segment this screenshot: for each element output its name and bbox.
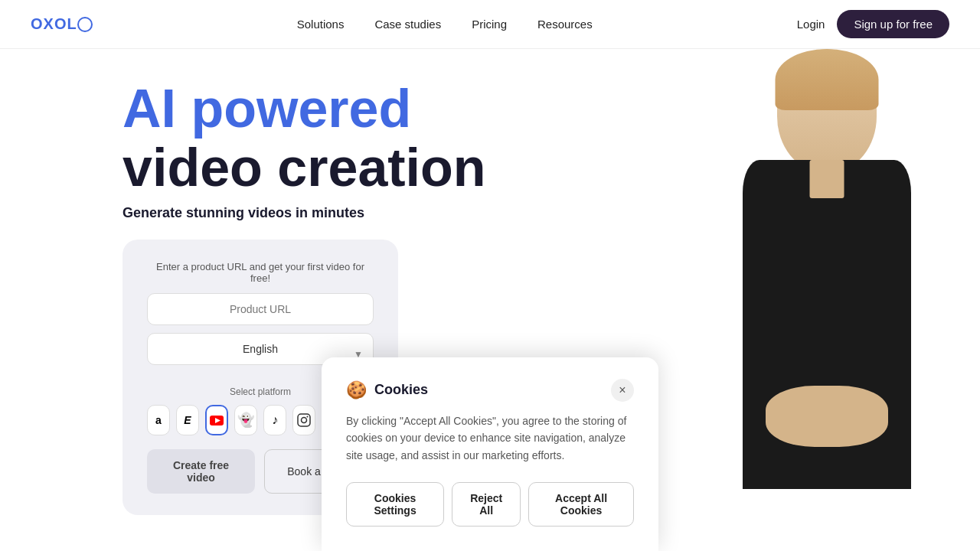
nav-link-pricing[interactable]: Pricing <box>472 18 507 31</box>
svg-point-4 <box>307 416 309 418</box>
hero-title-line2: video creation <box>122 138 486 197</box>
cookie-title: Cookies <box>374 382 428 398</box>
logo-text: X <box>44 15 54 33</box>
platform-tiktok[interactable]: ♪ <box>263 405 286 435</box>
cookie-accept-button[interactable]: Accept All Cookies <box>528 482 634 527</box>
logo-text: L <box>67 15 76 33</box>
platform-youtube[interactable] <box>205 405 228 435</box>
create-video-button[interactable]: Create free video <box>147 449 255 494</box>
platform-amazon[interactable]: a <box>147 405 170 435</box>
nav-actions: Login Sign up for free <box>797 10 949 38</box>
logo-text: O <box>31 15 43 33</box>
hero-title: AI powered video creation <box>122 80 486 197</box>
hero-person-image <box>704 49 949 508</box>
cookie-reject-button[interactable]: Reject All <box>452 482 521 527</box>
logo[interactable]: O X O L <box>31 15 93 33</box>
signup-button[interactable]: Sign up for free <box>837 10 949 38</box>
hero-title-line1: AI powered <box>122 79 411 139</box>
cookie-icon: 🍪 <box>346 380 367 400</box>
platform-instagram[interactable] <box>292 405 315 435</box>
svg-point-3 <box>302 418 307 423</box>
nav-links: Solutions Case studies Pricing Resources <box>297 18 593 31</box>
cookie-header: 🍪 Cookies × <box>346 379 634 402</box>
nav-link-case-studies[interactable]: Case studies <box>374 18 441 31</box>
hero-subtitle: Generate stunning videos in minutes <box>122 205 486 221</box>
platform-snapchat[interactable]: 👻 <box>234 405 257 435</box>
nav-link-solutions[interactable]: Solutions <box>297 18 345 31</box>
form-instruction: Enter a product URL and get your first v… <box>147 261 374 284</box>
svg-rect-2 <box>298 414 310 426</box>
logo-text: O <box>54 15 67 33</box>
cookie-buttons: Cookies Settings Reject All Accept All C… <box>346 482 634 527</box>
url-input[interactable] <box>147 293 374 325</box>
logo-ring <box>77 17 93 32</box>
cookie-close-button[interactable]: × <box>611 379 634 402</box>
cookie-settings-button[interactable]: Cookies Settings <box>346 482 444 527</box>
navbar: O X O L Solutions Case studies Pricing R… <box>0 0 980 49</box>
cookie-title-row: 🍪 Cookies <box>346 380 428 400</box>
nav-link-resources[interactable]: Resources <box>537 18 593 31</box>
cookie-description: By clicking "Accept All Cookies", you ag… <box>346 412 634 464</box>
login-button[interactable]: Login <box>797 18 825 31</box>
platform-etsy[interactable]: E <box>176 405 199 435</box>
cookie-banner: 🍪 Cookies × By clicking "Accept All Cook… <box>322 357 658 551</box>
